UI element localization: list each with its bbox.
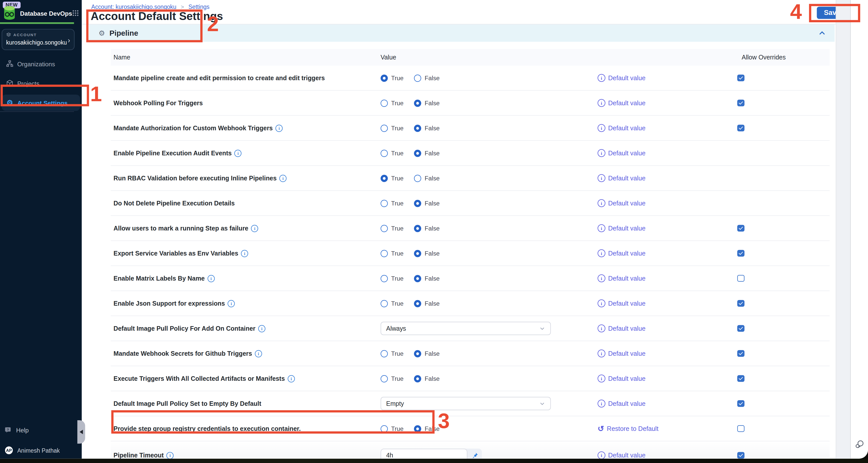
sidebar-item-organizations[interactable]: Organizations — [2, 56, 80, 72]
radio-true[interactable] — [381, 350, 388, 357]
default-value-link[interactable]: Default value — [608, 325, 646, 332]
radio-false[interactable] — [414, 199, 421, 207]
account-selector[interactable]: ACCOUNT kurosakiichigo.songoku › — [2, 29, 74, 50]
pin-icon[interactable] — [467, 452, 482, 459]
sidebar-collapse-handle[interactable] — [78, 420, 85, 443]
radio-group: True False — [381, 99, 450, 107]
default-value-link[interactable]: Default value — [608, 300, 646, 307]
info-icon[interactable]: i — [166, 452, 174, 459]
info-icon[interactable]: i — [258, 325, 266, 332]
radio-true[interactable] — [381, 375, 388, 382]
radio-true[interactable] — [381, 150, 388, 157]
allow-overrides-checkbox[interactable] — [737, 375, 744, 382]
allow-overrides-checkbox[interactable] — [737, 350, 744, 357]
user-menu[interactable]: AP Animesh Pathak — [0, 443, 64, 457]
allow-overrides-checkbox[interactable] — [737, 225, 744, 232]
radio-false[interactable] — [414, 350, 421, 357]
table-row: Enable Pipeline Execution Audit Events i… — [111, 141, 830, 166]
radio-true[interactable] — [381, 425, 388, 432]
scrollbar-track[interactable] — [836, 0, 850, 459]
radio-group: True False — [381, 225, 450, 232]
sidebar-item-account-settings[interactable]: ⚙ Account Settings — [2, 95, 80, 111]
radio-false[interactable] — [414, 250, 421, 257]
sidebar-nav: Organizations Projects ⚙ Account Setting… — [0, 56, 82, 111]
sidebar-item-projects[interactable]: Projects — [2, 75, 80, 91]
info-icon[interactable]: i — [207, 275, 215, 282]
info-icon[interactable]: i — [228, 300, 235, 307]
info-icon[interactable]: i — [235, 150, 242, 157]
default-value-link[interactable]: Default value — [608, 125, 646, 131]
info-icon[interactable]: i — [275, 124, 283, 132]
allow-overrides-checkbox[interactable] — [737, 275, 744, 282]
app-grid-icon[interactable] — [72, 9, 79, 17]
info-icon[interactable]: i — [255, 350, 262, 357]
radio-false[interactable] — [414, 99, 421, 107]
radio-true[interactable] — [381, 300, 388, 307]
radio-false[interactable] — [414, 425, 421, 432]
app-window: NEW Database DevOps ACCOUNT — [0, 0, 868, 459]
default-value-link[interactable]: Default value — [608, 400, 646, 407]
info-icon[interactable]: i — [251, 225, 258, 232]
radio-true[interactable] — [381, 74, 388, 82]
radio-true[interactable] — [381, 124, 388, 132]
default-value-link[interactable]: Default value — [608, 175, 646, 181]
allow-overrides-checkbox[interactable] — [737, 74, 744, 82]
breadcrumb-account-link[interactable]: Account: kurosakiichigo.songoku — [91, 3, 176, 10]
allow-overrides-checkbox[interactable] — [737, 400, 744, 407]
radio-false[interactable] — [414, 74, 421, 82]
select-dropdown[interactable]: Empty — [381, 397, 551, 410]
timeout-input[interactable]: 4h — [381, 448, 467, 459]
radio-true[interactable] — [381, 99, 388, 107]
allow-overrides-checkbox[interactable] — [737, 452, 744, 459]
default-value-link[interactable]: Default value — [608, 225, 646, 232]
table-row: Mandate pipeline create and edit permiss… — [111, 66, 830, 91]
page-title: Account Default Settings — [91, 10, 223, 23]
radio-false[interactable] — [414, 300, 421, 307]
radio-true[interactable] — [381, 250, 388, 257]
allow-overrides-checkbox[interactable] — [737, 250, 744, 257]
allow-overrides-checkbox[interactable] — [737, 124, 744, 131]
chevron-right-icon[interactable]: › — [68, 36, 70, 44]
default-value-link[interactable]: Default value — [608, 200, 646, 207]
chevron-up-icon[interactable] — [818, 30, 826, 37]
default-value-link[interactable]: Default value — [608, 375, 646, 382]
radio-true[interactable] — [381, 199, 388, 207]
radio-false[interactable] — [414, 124, 421, 132]
default-value-link[interactable]: Default value — [608, 350, 646, 357]
radio-false[interactable] — [414, 150, 421, 157]
allow-overrides-checkbox[interactable] — [737, 300, 744, 307]
default-value-link[interactable]: Default value — [608, 74, 646, 81]
restore-to-default-link[interactable]: Restore to Default — [607, 425, 659, 432]
help-button[interactable]: ? Help — [0, 424, 33, 436]
radio-false[interactable] — [414, 275, 421, 282]
info-icon[interactable]: i — [287, 375, 295, 382]
info-icon[interactable]: i — [279, 175, 287, 182]
radio-true[interactable] — [381, 225, 388, 232]
radio-false[interactable] — [414, 175, 421, 182]
radio-true[interactable] — [381, 275, 388, 282]
breadcrumb-settings-link[interactable]: Settings — [188, 3, 209, 10]
default-value-link[interactable]: Default value — [608, 100, 646, 106]
radio-false[interactable] — [414, 225, 421, 232]
table-row: Default Image Pull Policy For Add On Con… — [111, 316, 830, 341]
avatar: AP — [5, 446, 13, 455]
radio-true[interactable] — [381, 175, 388, 182]
setting-name: Enable Pipeline Execution Audit Events — [114, 150, 232, 156]
pipeline-section-header[interactable]: ⚙ Pipeline — [89, 25, 835, 42]
radio-false[interactable] — [414, 375, 421, 382]
default-value-link[interactable]: Default value — [608, 250, 646, 256]
default-value-link[interactable]: Default value — [608, 275, 646, 282]
radio-false-label: False — [425, 250, 440, 256]
allow-overrides-checkbox[interactable] — [737, 99, 744, 106]
feedback-chat-icon[interactable] — [855, 439, 865, 449]
allow-overrides-checkbox[interactable] — [737, 325, 744, 332]
allow-overrides-checkbox[interactable] — [737, 425, 744, 432]
default-value-link[interactable]: Default value — [608, 150, 646, 156]
select-dropdown[interactable]: Always — [381, 322, 551, 335]
radio-true-label: True — [391, 300, 404, 307]
radio-true-label: True — [391, 125, 404, 131]
table-row: Enable Matrix Labels By Name i True Fals… — [111, 266, 830, 291]
default-value-link[interactable]: Default value — [608, 452, 646, 458]
setting-name: Export Service Variables as Env Variable… — [114, 250, 238, 256]
info-icon[interactable]: i — [241, 250, 248, 257]
